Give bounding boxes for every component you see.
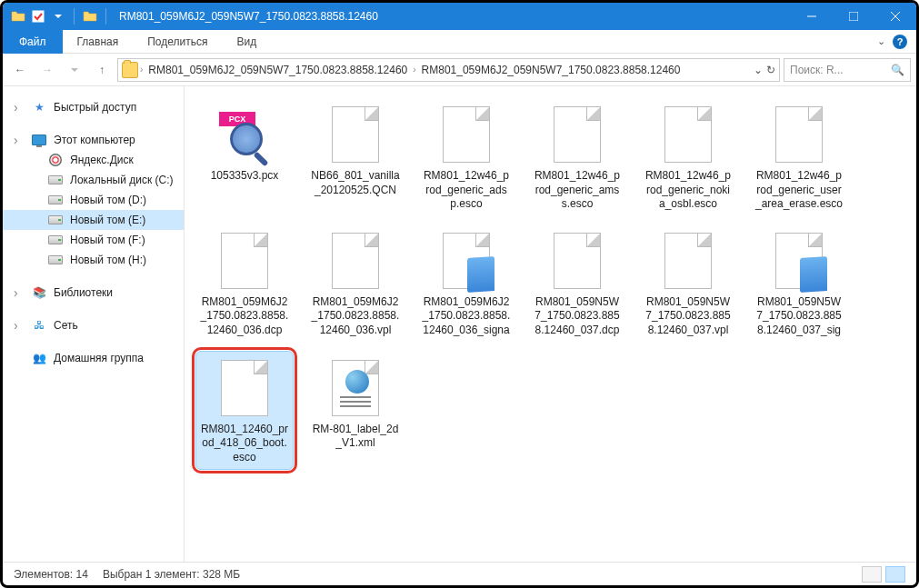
refresh-button[interactable]: ↻ (766, 64, 775, 76)
blank-file-icon (544, 102, 610, 167)
checkbox-icon[interactable] (28, 6, 48, 26)
file-item[interactable]: RM801_12w46_prod_generic_user_area_erase… (750, 97, 848, 216)
pc-icon (32, 133, 46, 147)
homegroup[interactable]: 👥 Домашняя группа (3, 348, 184, 368)
share-tab[interactable]: Поделиться (133, 30, 222, 54)
blank-file-icon (655, 228, 721, 294)
folder-icon (8, 6, 28, 26)
quick-access[interactable]: ★ Быстрый доступ (3, 97, 184, 117)
file-item[interactable]: RM801_059M6J2_1750.0823.8858.12460_036.d… (195, 224, 294, 344)
drive-item[interactable]: Новый том (H:) (3, 250, 184, 270)
quick-access-toolbar (8, 6, 112, 26)
file-item[interactable]: RM801_059N5W7_1750.0823.8858.12460_037.v… (639, 224, 737, 344)
drive-icon (48, 173, 63, 187)
file-item[interactable]: NB66_801_vanilla_20120525.QCN (306, 97, 405, 216)
blank-file-icon (766, 102, 832, 167)
blank-file-icon (544, 228, 610, 294)
drive-item[interactable]: Новый том (F:) (3, 230, 184, 250)
file-label: RM801_059N5W7_1750.0823.8858.12460_037_s… (754, 295, 844, 339)
ribbon-expand-icon[interactable]: ⌄ (877, 35, 885, 47)
file-item[interactable]: PCX105335v3.pcx (195, 97, 294, 216)
star-icon: ★ (32, 100, 46, 115)
file-item[interactable]: RM801_12460_prod_418_06_boot.esco (195, 351, 294, 470)
drive-icon (48, 193, 63, 207)
window-title: RM801_059M6J2_059N5W7_1750.0823.8858.124… (119, 10, 378, 23)
blank-file-icon (212, 355, 277, 421)
blank-file-icon (323, 228, 388, 294)
disk-icon (48, 153, 63, 167)
file-label: RM801_059M6J2_1750.0823.8858.12460_036.d… (200, 295, 289, 338)
file-tab[interactable]: Файл (3, 30, 63, 54)
maximize-button[interactable] (833, 3, 874, 30)
pcx-file-icon: PCX (212, 102, 277, 167)
drive-label: Новый том (F:) (70, 234, 145, 246)
qat-dropdown-icon[interactable] (48, 6, 68, 26)
file-item[interactable]: RM801_12w46_prod_generic_nokia_osbl.esco (639, 97, 737, 216)
network[interactable]: 🖧 Сеть (3, 315, 184, 335)
notepad-file-icon (766, 228, 832, 294)
file-item[interactable]: RM-801_label_2d_V1.xml (306, 351, 405, 470)
file-item[interactable]: RM801_12w46_prod_generic_amss.esco (528, 97, 626, 216)
details-view-button[interactable] (862, 566, 882, 583)
navigation-pane: ★ Быстрый доступ Этот компьютер Яндекс.Д… (3, 86, 185, 562)
back-button[interactable]: ← (8, 58, 32, 82)
breadcrumb-separator: › (138, 65, 145, 75)
recent-dropdown[interactable] (63, 58, 86, 82)
blank-file-icon (323, 102, 388, 167)
explorer-window: RM801_059M6J2_059N5W7_1750.0823.8858.124… (0, 0, 919, 588)
home-tab[interactable]: Главная (63, 30, 134, 54)
network-icon: 🖧 (32, 318, 46, 333)
svg-rect-1 (849, 12, 858, 21)
item-count: Элементов: 14 (14, 568, 88, 581)
this-pc[interactable]: Этот компьютер (3, 130, 184, 150)
drive-item[interactable]: Локальный диск (C:) (3, 170, 184, 190)
ribbon: Файл Главная Поделиться Вид ⌄ ? (3, 30, 916, 54)
drive-label: Новый том (D:) (70, 194, 146, 206)
folder-icon (122, 62, 138, 78)
address-dropdown-icon[interactable]: ⌄ (754, 64, 763, 76)
drive-icon (48, 253, 63, 267)
close-button[interactable] (874, 3, 916, 30)
titlebar: RM801_059M6J2_059N5W7_1750.0823.8858.124… (3, 3, 916, 30)
search-input[interactable]: Поиск: R... 🔍 (784, 58, 911, 82)
blank-file-icon (434, 102, 499, 167)
statusbar: Элементов: 14 Выбран 1 элемент: 328 МБ (3, 562, 916, 585)
file-item[interactable]: RM801_059M6J2_1750.0823.8858.12460_036_s… (417, 224, 515, 344)
view-tab[interactable]: Вид (222, 30, 271, 54)
drive-item[interactable]: Новый том (D:) (3, 190, 184, 210)
this-pc-label: Этот компьютер (54, 134, 135, 146)
drive-item[interactable]: Новый том (E:) (3, 210, 184, 230)
drive-item[interactable]: Яндекс.Диск (3, 150, 184, 170)
libraries-label: Библиотеки (54, 286, 113, 299)
up-button[interactable]: ↑ (90, 58, 114, 82)
file-label: RM-801_label_2d_V1.xml (311, 423, 400, 451)
file-item[interactable]: RM801_12w46_prod_generic_adsp.esco (417, 97, 515, 216)
file-label: RM801_059N5W7_1750.0823.8858.12460_037.d… (533, 295, 622, 338)
breadcrumb-item[interactable]: RM801_059M6J2_059N5W7_1750.0823.8858.124… (418, 64, 684, 76)
file-item[interactable]: RM801_059M6J2_1750.0823.8858.12460_036.v… (306, 224, 405, 344)
breadcrumb-item[interactable]: RM801_059M6J2_059N5W7_1750.0823.8858.124… (145, 64, 411, 76)
minimize-button[interactable] (791, 3, 833, 30)
blank-file-icon (212, 228, 277, 294)
homegroup-label: Домашняя группа (54, 352, 144, 364)
file-item[interactable]: RM801_059N5W7_1750.0823.8858.12460_037_s… (750, 224, 848, 344)
breadcrumb-separator: › (411, 65, 417, 75)
body: ★ Быстрый доступ Этот компьютер Яндекс.Д… (3, 86, 916, 562)
address-input[interactable]: › RM801_059M6J2_059N5W7_1750.0823.8858.1… (117, 58, 780, 82)
file-item[interactable]: RM801_059N5W7_1750.0823.8858.12460_037.d… (528, 224, 626, 344)
help-button[interactable]: ? (893, 35, 907, 49)
icons-view-button[interactable] (885, 566, 905, 583)
homegroup-icon: 👥 (32, 351, 46, 365)
selection-info: Выбран 1 элемент: 328 МБ (103, 568, 240, 581)
drive-label: Новый том (H:) (70, 254, 146, 266)
folder-icon (80, 6, 100, 26)
libraries[interactable]: 📚 Библиотеки (3, 283, 184, 303)
forward-button[interactable]: → (35, 58, 59, 82)
file-list[interactable]: PCX105335v3.pcxNB66_801_vanilla_20120525… (185, 86, 916, 562)
svg-rect-0 (33, 11, 44, 22)
file-label: NB66_801_vanilla_20120525.QCN (311, 169, 400, 197)
file-label: RM801_12w46_prod_generic_amss.esco (533, 169, 622, 212)
quick-access-label: Быстрый доступ (54, 101, 136, 114)
search-placeholder: Поиск: R... (790, 64, 844, 76)
separator (74, 8, 75, 25)
